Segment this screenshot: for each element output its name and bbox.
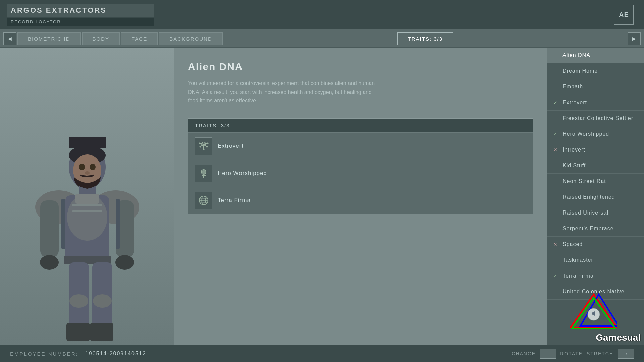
terra-firma-icon — [195, 192, 212, 209]
svg-rect-22 — [72, 210, 102, 212]
svg-point-39 — [203, 148, 205, 150]
character-panel — [0, 48, 174, 345]
info-panel: Alien DNA You volunteered for a controve… — [174, 48, 547, 345]
sidebar-item-hero-worshipped[interactable]: ✓ Hero Worshipped — [547, 126, 644, 142]
extrovert-name: Extrovert — [218, 143, 244, 149]
tab-background[interactable]: BACKGROUND — [159, 32, 223, 45]
svg-point-13 — [40, 255, 59, 270]
svg-point-37 — [200, 146, 201, 147]
sidebar-item-raised-enlightened[interactable]: Raised Enlightened — [547, 189, 644, 205]
traits-sidebar: Alien DNA Dream Home Empath ✓ Extrovert … — [547, 48, 644, 345]
svg-rect-11 — [40, 200, 59, 257]
extrovert-icon — [195, 137, 212, 155]
hero-worshipped-name: Hero Worshipped — [218, 170, 267, 177]
header-logo-area: ARGOS EXTRACTORS RECORD LOCATOR — [7, 0, 154, 29]
spaced-x-icon: ✕ — [553, 242, 558, 247]
sidebar-item-empath[interactable]: Empath — [547, 79, 644, 95]
sidebar-item-dream-home[interactable]: Dream Home — [547, 63, 644, 79]
footer: EMPLOYEE NUMBER: 190514-2009140512 CHANG… — [0, 345, 644, 362]
hero-worshipped-check-icon: ✓ — [553, 131, 558, 137]
svg-rect-23 — [61, 199, 65, 249]
sidebar-item-terra-firma[interactable]: ✓ Terra Firma — [547, 268, 644, 284]
app-subtitle: RECORD LOCATOR — [7, 18, 154, 26]
selected-trait-title: Alien DNA — [188, 61, 533, 72]
terra-firma-name: Terra Firma — [218, 197, 251, 204]
header: ARGOS EXTRACTORS RECORD LOCATOR AE — [0, 0, 644, 30]
hero-worshipped-icon — [195, 165, 212, 182]
employee-value: 190514-2009140512 — [85, 351, 146, 357]
footer-controls: CHANGE ← ROTATE STRETCH → — [512, 349, 634, 359]
equipped-trait-extrovert[interactable]: Extrovert — [188, 133, 533, 160]
svg-point-14 — [115, 255, 134, 270]
svg-rect-21 — [72, 204, 102, 206]
svg-point-38 — [206, 146, 208, 147]
sidebar-item-serpents-embrace[interactable]: Serpent's Embrace — [547, 221, 644, 237]
tab-body[interactable]: BODY — [82, 32, 120, 45]
character-svg — [7, 137, 168, 345]
sidebar-item-alien-dna[interactable]: Alien DNA — [547, 48, 644, 63]
sidebar-item-freestar[interactable]: Freestar Collective Settler — [547, 111, 644, 126]
equipped-trait-terra-firma[interactable]: Terra Firma — [188, 187, 533, 214]
terra-firma-check-icon: ✓ — [553, 273, 558, 279]
app-title: ARGOS EXTRACTORS — [7, 4, 154, 17]
tab-traits[interactable]: TRAITS: 3/3 — [397, 32, 453, 45]
svg-rect-9 — [75, 194, 99, 204]
sidebar-item-neon-street-rat[interactable]: Neon Street Rat — [547, 174, 644, 189]
ae-logo-container: AE — [614, 0, 637, 29]
svg-point-29 — [90, 164, 96, 170]
sidebar-item-raised-universal[interactable]: Raised Universal — [547, 205, 644, 221]
nav-prev-arrow[interactable]: ◀ — [3, 32, 16, 45]
svg-point-41 — [207, 142, 209, 144]
svg-point-18 — [93, 294, 112, 308]
traits-box: TRAITS: 3/3 — [188, 118, 533, 214]
sidebar-item-spaced[interactable]: ✕ Spaced — [547, 237, 644, 252]
sidebar-item-united-colonies[interactable]: United Colonies Native — [547, 284, 644, 300]
svg-rect-20 — [90, 323, 113, 341]
selected-trait-description: You volunteered for a controversial expe… — [188, 79, 376, 105]
rotate-label: ROTATE — [560, 351, 583, 356]
introvert-x-icon: ✕ — [553, 147, 558, 153]
sidebar-item-extrovert[interactable]: ✓ Extrovert — [547, 95, 644, 111]
svg-rect-26 — [69, 137, 106, 148]
svg-point-40 — [199, 142, 201, 144]
change-label: CHANGE — [512, 351, 536, 356]
ae-logo: AE — [614, 5, 634, 25]
svg-rect-19 — [66, 323, 90, 341]
equipped-trait-hero-worshipped[interactable]: Hero Worshipped — [188, 160, 533, 187]
sidebar-item-taskmaster[interactable]: Taskmaster — [547, 252, 644, 268]
svg-point-28 — [79, 164, 85, 170]
character-silhouette — [7, 137, 168, 345]
nav-tabs: ◀ BIOMETRIC ID BODY FACE BACKGROUND TRAI… — [0, 30, 644, 48]
main-content: Alien DNA You volunteered for a controve… — [0, 48, 644, 345]
extrovert-check-icon: ✓ — [553, 100, 558, 105]
employee-label: EMPLOYEE NUMBER: — [10, 351, 78, 357]
tab-biometric-id[interactable]: BIOMETRIC ID — [17, 32, 81, 45]
stretch-label: STRETCH — [587, 351, 613, 356]
nav-next-arrow[interactable]: ▶ — [628, 32, 641, 45]
traits-box-header: TRAITS: 3/3 — [188, 119, 533, 133]
prev-button[interactable]: ← — [540, 349, 556, 359]
sidebar-item-introvert[interactable]: ✕ Introvert — [547, 142, 644, 158]
svg-point-17 — [69, 294, 88, 308]
svg-rect-24 — [116, 199, 120, 249]
tab-face[interactable]: FACE — [121, 32, 158, 45]
next-button[interactable]: → — [618, 349, 634, 359]
svg-point-30 — [85, 171, 90, 175]
sidebar-item-kid-stuff[interactable]: Kid Stuff — [547, 158, 644, 174]
